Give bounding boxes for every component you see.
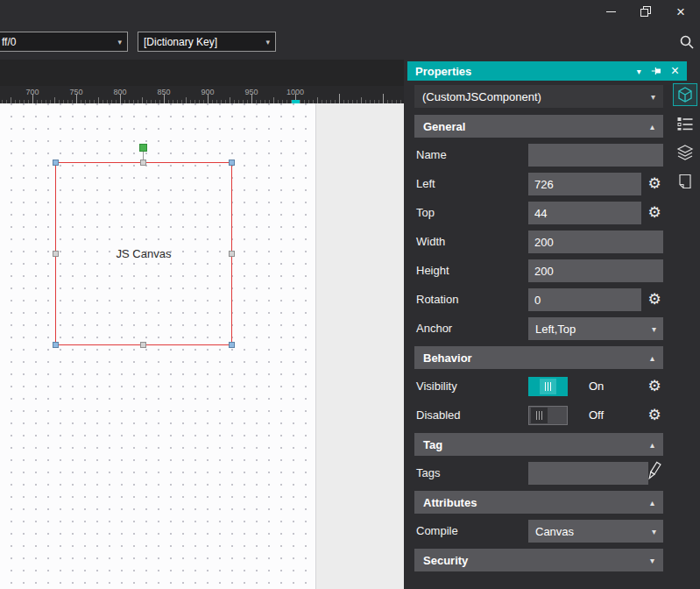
rotation-input[interactable]: [528, 288, 641, 311]
minimize-button[interactable]: [593, 0, 628, 23]
property-label: Left: [416, 177, 435, 190]
gear-icon[interactable]: ⚙: [643, 288, 666, 311]
property-label: Width: [416, 235, 445, 248]
tab-outline[interactable]: [673, 112, 697, 135]
left-input[interactable]: [528, 173, 641, 195]
search-button[interactable]: [676, 32, 697, 53]
chevron-up-icon: ▴: [650, 498, 654, 507]
gear-icon[interactable]: ⚙: [643, 404, 666, 427]
object-combo[interactable]: ff/0 ▾: [0, 32, 128, 52]
restore-button[interactable]: [628, 0, 663, 23]
resize-handle-w[interactable]: [53, 251, 59, 257]
tab-library[interactable]: [673, 170, 697, 193]
edit-pencil-icon[interactable]: [644, 458, 663, 487]
property-label: Rotation: [416, 293, 458, 306]
tab-properties[interactable]: [673, 83, 697, 106]
property-label: Name: [416, 148, 447, 161]
chevron-down-icon: ▾: [650, 556, 654, 565]
property-label: Height: [416, 264, 449, 277]
section-label: Attributes: [423, 496, 477, 509]
resize-handle-nw[interactable]: [53, 160, 59, 166]
resize-handle-s[interactable]: [140, 342, 146, 348]
visibility-state: On: [589, 380, 604, 393]
properties-panel: (CustomJSComponent) ▾ General ▴ Name Lef…: [407, 81, 667, 589]
chevron-up-icon: ▴: [650, 122, 654, 131]
document-icon: [678, 174, 692, 189]
chevron-up-icon: ▴: [650, 353, 654, 363]
resize-handle-ne[interactable]: [229, 160, 235, 166]
rotation-handle[interactable]: [139, 144, 147, 152]
section-header-tag[interactable]: Tag ▴: [414, 433, 663, 456]
dictionary-key-combo[interactable]: [Dictionary Key] ▾: [138, 32, 276, 52]
close-icon: ×: [676, 4, 685, 19]
height-input[interactable]: [528, 259, 663, 282]
property-label: Visibility: [416, 380, 457, 393]
compile-value: Canvas: [535, 525, 574, 538]
section-label: Behavior: [423, 351, 472, 365]
restore-icon: [640, 6, 651, 17]
gear-icon[interactable]: ⚙: [643, 173, 666, 195]
section-label: General: [423, 120, 465, 133]
properties-panel-header: Properties ▾ ×: [407, 61, 687, 81]
ruler-tick-marks: [0, 93, 404, 103]
property-row-compile: Compile Canvas ▾: [414, 518, 663, 544]
width-input[interactable]: [528, 231, 663, 253]
property-label: Top: [416, 206, 435, 219]
object-combo-value: ff/0: [2, 36, 16, 48]
cube-icon: [676, 86, 694, 103]
horizontal-ruler: 700 750 800 850 900 950 1000: [0, 86, 404, 103]
gear-icon[interactable]: ⚙: [643, 375, 666, 398]
resize-handle-n[interactable]: [140, 160, 146, 166]
component-selector-dropdown[interactable]: (CustomJSComponent) ▾: [414, 85, 663, 108]
resize-handle-sw[interactable]: [53, 342, 59, 348]
tab-layers[interactable]: [673, 141, 697, 164]
top-input[interactable]: [528, 202, 641, 224]
property-row-disabled: Disabled Off ⚙: [414, 402, 663, 429]
selected-component[interactable]: JS Canvas: [55, 162, 232, 345]
close-window-button[interactable]: ×: [663, 0, 698, 23]
visibility-toggle[interactable]: [528, 377, 568, 396]
property-label: Tags: [416, 466, 440, 479]
resize-handle-e[interactable]: [229, 251, 235, 257]
disabled-toggle[interactable]: [528, 406, 568, 425]
property-row-anchor: Anchor Left,Top ▾: [414, 316, 663, 342]
component-label: JS Canvas: [56, 163, 231, 344]
property-row-left: Left ⚙: [414, 171, 663, 197]
page-viewport: JS Canvas: [0, 103, 404, 589]
design-canvas-area: 700 750 800 850 900 950 1000 JS Canvas: [0, 60, 404, 589]
layers-icon: [676, 144, 694, 161]
minimize-icon: [606, 11, 616, 12]
chevron-up-icon: ▴: [650, 440, 654, 450]
section-label: Tag: [423, 438, 442, 451]
panel-tab-strip: [669, 81, 700, 589]
property-row-visibility: Visibility On ⚙: [414, 373, 663, 400]
compile-dropdown[interactable]: Canvas ▾: [528, 520, 663, 543]
chevron-down-icon: ▾: [652, 324, 656, 334]
disabled-state: Off: [589, 408, 604, 422]
property-row-rotation: Rotation ⚙: [414, 287, 663, 313]
section-header-attributes[interactable]: Attributes ▴: [414, 491, 663, 514]
pin-icon[interactable]: [651, 66, 661, 76]
chevron-down-icon: ▾: [652, 527, 656, 536]
property-label: Anchor: [416, 322, 452, 335]
panel-close-icon[interactable]: ×: [671, 64, 679, 78]
section-header-security[interactable]: Security ▾: [414, 549, 663, 571]
chevron-down-icon: ▾: [258, 38, 270, 46]
section-header-general[interactable]: General ▴: [414, 115, 663, 138]
anchor-dropdown[interactable]: Left,Top ▾: [528, 317, 663, 340]
property-label: Disabled: [416, 408, 461, 422]
gear-icon[interactable]: ⚙: [643, 202, 666, 224]
property-row-width: Width: [414, 229, 663, 255]
name-input[interactable]: [528, 144, 663, 167]
chevron-down-icon: ▾: [651, 92, 655, 102]
resize-handle-se[interactable]: [229, 342, 235, 348]
section-header-behavior[interactable]: Behavior ▴: [414, 346, 663, 369]
toggle-knob: [531, 408, 548, 423]
titlebar: ×: [0, 0, 700, 26]
dictionary-key-combo-value: [Dictionary Key]: [144, 36, 217, 48]
tags-input[interactable]: [528, 462, 648, 485]
property-label: Compile: [416, 524, 458, 537]
properties-panel-title: Properties: [415, 65, 471, 78]
panel-menu-chevron-icon[interactable]: ▾: [637, 67, 641, 76]
search-icon: [679, 34, 695, 50]
